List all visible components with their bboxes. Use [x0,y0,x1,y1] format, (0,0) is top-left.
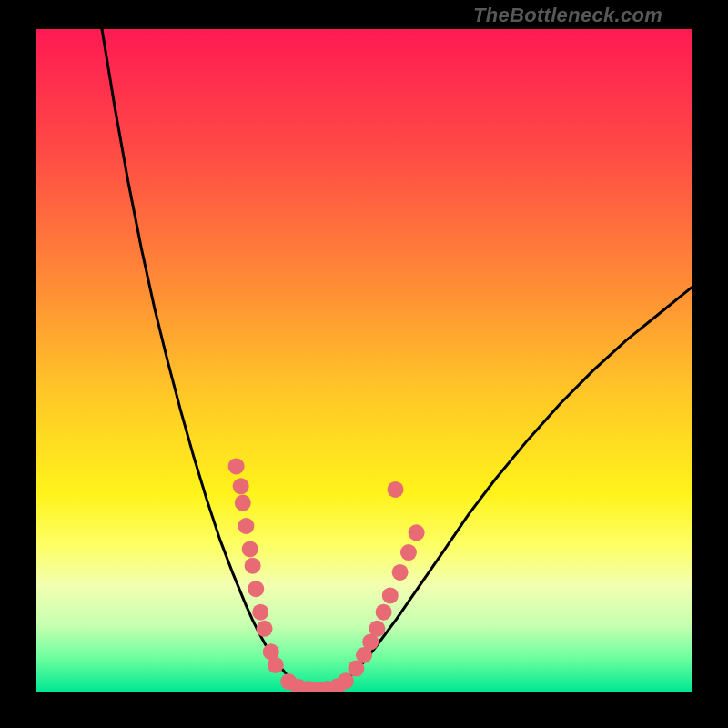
curve-overlay [36,29,692,692]
svg-point-0 [228,458,245,474]
svg-point-27 [388,481,404,498]
svg-point-4 [242,541,258,557]
plot-area [36,29,692,692]
svg-point-8 [257,621,273,637]
svg-point-3 [238,518,254,534]
svg-point-2 [235,495,251,511]
svg-point-7 [252,604,268,621]
svg-point-1 [233,478,249,494]
svg-point-5 [245,558,261,574]
chart-frame: TheBottleneck.com [0,0,728,728]
svg-point-6 [248,581,264,597]
svg-point-10 [268,657,284,673]
svg-point-25 [400,544,417,561]
svg-point-26 [409,524,425,541]
svg-point-22 [376,604,392,621]
svg-point-17 [338,672,354,689]
svg-point-24 [392,564,409,581]
svg-point-23 [382,587,399,603]
watermark-text: TheBottleneck.com [473,4,662,27]
svg-point-21 [369,621,385,637]
